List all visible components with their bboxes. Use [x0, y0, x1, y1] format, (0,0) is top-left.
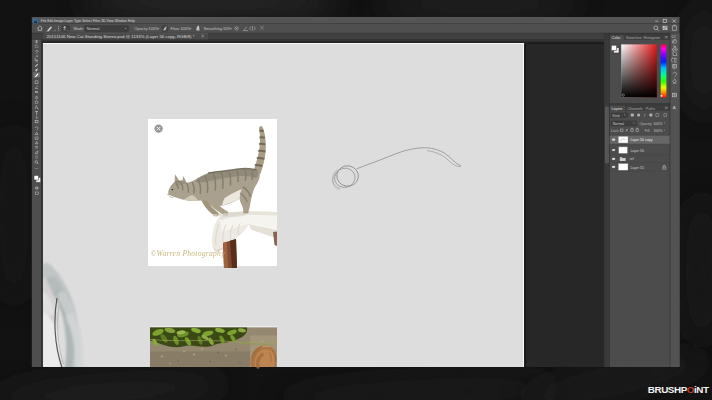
svg-text:Lock:: Lock:	[611, 129, 619, 133]
svg-text:Fill:: Fill:	[645, 129, 650, 133]
svg-text:Layer 56 copy: Layer 56 copy	[630, 138, 652, 142]
svg-text:©Warren Photography: ©Warren Photography	[151, 249, 226, 258]
svg-text:Smoothing:: Smoothing:	[203, 26, 223, 31]
svg-text:Normal: Normal	[87, 26, 100, 31]
svg-text:Mode:: Mode:	[73, 26, 84, 31]
svg-text:Layers: Layers	[612, 107, 623, 111]
svg-text:ref: ref	[630, 157, 634, 161]
svg-text:BRUSHPOiNT: BRUSHPOiNT	[648, 384, 709, 395]
svg-text:Channels: Channels	[627, 107, 642, 111]
svg-text:Opacity:: Opacity:	[640, 122, 653, 126]
svg-text:100%: 100%	[149, 26, 159, 31]
svg-text:Color: Color	[612, 36, 621, 40]
svg-text:10%: 10%	[223, 26, 231, 31]
svg-text:100%: 100%	[180, 26, 190, 31]
svg-text:Ps: Ps	[34, 19, 38, 23]
svg-text:20151106 New Cat Standing Ster: 20151106 New Cat Standing Stereo.psd @ 1…	[46, 34, 194, 39]
svg-text:File Edit Image Layer Type Sel: File Edit Image Layer Type Select Filter…	[41, 19, 135, 23]
svg-text:Swatches: Swatches	[626, 36, 642, 40]
svg-text:Layer 56: Layer 56	[630, 149, 644, 153]
svg-text:Kind: Kind	[613, 114, 620, 118]
svg-text:Flow:: Flow:	[171, 26, 180, 31]
svg-text:100%: 100%	[653, 129, 662, 133]
svg-text:100%: 100%	[653, 122, 662, 126]
svg-text:A: A	[673, 105, 676, 110]
svg-text:Opacity:: Opacity:	[134, 26, 148, 31]
svg-text:Layer 55: Layer 55	[630, 166, 644, 170]
svg-text:Histogram: Histogram	[644, 36, 660, 40]
svg-text:Normal: Normal	[613, 122, 625, 126]
svg-text:Paths: Paths	[646, 107, 655, 111]
